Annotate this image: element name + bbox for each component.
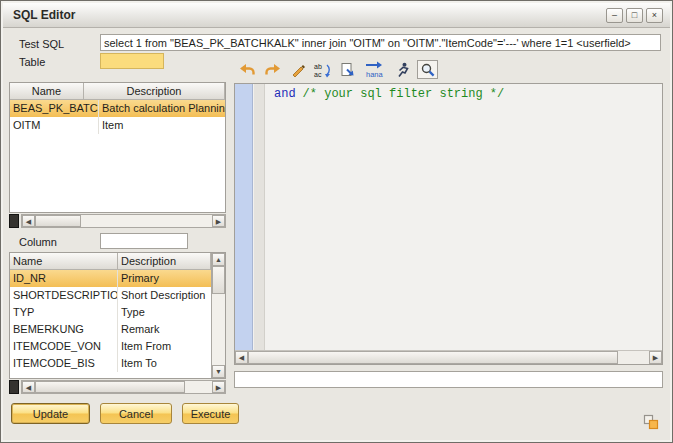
window-controls: – □ × <box>606 8 663 23</box>
scrollbar-track[interactable] <box>618 351 649 364</box>
scrollbar-thumb[interactable] <box>248 351 618 364</box>
table-row[interactable]: TYPType <box>10 304 211 321</box>
tables-grid-hscrollbar[interactable]: ◀ ▶ <box>21 214 226 228</box>
table-row[interactable]: ITEMCODE_BISItem To <box>10 355 211 372</box>
test-sql-input[interactable] <box>100 34 661 51</box>
columns-grid: Name Description ID_NRPrimarySHORTDESCRI… <box>9 252 226 379</box>
table-row[interactable]: OITMItem <box>10 117 225 134</box>
replace-icon[interactable]: ab ac <box>312 60 333 79</box>
scrollbar-thumb[interactable] <box>35 215 81 227</box>
run-icon[interactable] <box>392 60 413 79</box>
undo-icon[interactable] <box>237 60 258 79</box>
cell-description[interactable]: Item To <box>118 355 211 372</box>
editor-toolbar: ab ac hana <box>237 59 438 80</box>
window-title: SQL Editor <box>13 8 75 22</box>
columns-grid-body: ID_NRPrimarySHORTDESCRIPTIONShort Descri… <box>10 270 211 372</box>
editor-gutter <box>235 84 253 350</box>
format-icon[interactable] <box>287 60 308 79</box>
search-icon[interactable] <box>417 60 438 79</box>
export-icon[interactable] <box>337 60 358 79</box>
column-header-name[interactable]: Name <box>10 253 118 269</box>
table-label: Table <box>19 56 45 68</box>
columns-grid-vscrollbar[interactable]: ▲ ▼ <box>211 253 225 378</box>
tables-grid-body: BEAS_PK_BATCHBatch calculation PlanningO… <box>10 100 225 134</box>
cell-name[interactable]: OITM <box>10 117 99 134</box>
scrollbar-thumb[interactable] <box>212 266 225 294</box>
cell-description[interactable]: Item From <box>118 338 211 355</box>
sql-keyword: and <box>274 87 296 101</box>
hana-icon[interactable]: hana <box>362 60 388 79</box>
scroll-right-icon[interactable]: ▶ <box>212 381 225 393</box>
resize-grip-icon[interactable] <box>643 414 659 430</box>
cell-description[interactable]: Primary <box>118 270 211 287</box>
scrollbar-track[interactable] <box>81 215 212 227</box>
editor-code-area[interactable]: and/* your sql filter string */ <box>266 84 662 350</box>
column-label: Column <box>19 236 57 248</box>
columns-grid-header: Name Description <box>10 253 211 270</box>
scroll-right-icon[interactable]: ▶ <box>212 215 225 227</box>
table-row[interactable]: ITEMCODE_VONItem From <box>10 338 211 355</box>
table-row[interactable]: SHORTDESCRIPTIONShort Description <box>10 287 211 304</box>
maximize-button[interactable]: □ <box>626 8 643 23</box>
cell-description[interactable]: Batch calculation Planning <box>99 100 225 117</box>
scroll-left-icon[interactable]: ◀ <box>22 215 35 227</box>
table-row[interactable]: BEAS_PK_BATCHBatch calculation Planning <box>10 100 225 117</box>
table-input[interactable] <box>100 53 164 69</box>
cell-description[interactable]: Item <box>99 117 225 134</box>
minimize-button[interactable]: – <box>606 8 623 23</box>
scroll-left-icon[interactable]: ◀ <box>235 351 248 364</box>
cell-name[interactable]: TYP <box>10 304 118 321</box>
cell-name[interactable]: BEAS_PK_BATCH <box>10 100 99 117</box>
table-row[interactable]: BEMERKUNGRemark <box>10 321 211 338</box>
test-sql-label: Test SQL <box>19 38 64 50</box>
cell-name[interactable]: ITEMCODE_VON <box>10 338 118 355</box>
scrollbar-track[interactable] <box>212 294 225 365</box>
editor-footer-input[interactable] <box>234 371 663 388</box>
sql-editor-pane: and/* your sql filter string */ ◀ ▶ <box>234 83 663 365</box>
update-button[interactable]: Update <box>11 403 90 424</box>
scroll-left-icon[interactable]: ◀ <box>22 381 35 393</box>
execute-button[interactable]: Execute <box>182 403 239 424</box>
column-header-description[interactable]: Description <box>84 83 225 99</box>
close-button[interactable]: × <box>646 8 663 23</box>
column-input[interactable] <box>100 233 188 249</box>
tables-grid-header: Name Description <box>10 83 225 100</box>
scroll-right-icon[interactable]: ▶ <box>649 351 662 364</box>
svg-text:hana: hana <box>366 70 384 79</box>
scrollbar-thumb[interactable] <box>35 381 185 393</box>
editor-hscrollbar[interactable]: ◀ ▶ <box>235 350 662 364</box>
svg-text:ac: ac <box>314 71 322 78</box>
sql-editor-window: SQL Editor – □ × Test SQL Table Name Des… <box>0 0 673 443</box>
cell-name[interactable]: ITEMCODE_BIS <box>10 355 118 372</box>
columns-grid-hscrollbar[interactable]: ◀ ▶ <box>21 380 226 394</box>
scroll-down-icon[interactable]: ▼ <box>212 365 225 378</box>
tables-grid: Name Description BEAS_PK_BATCHBatch calc… <box>9 82 226 213</box>
svg-text:ab: ab <box>314 63 322 70</box>
cell-name[interactable]: ID_NR <box>10 270 118 287</box>
table-row[interactable]: ID_NRPrimary <box>10 270 211 287</box>
editor-fold-margin <box>254 84 265 350</box>
redo-icon[interactable] <box>262 60 283 79</box>
cell-description[interactable]: Remark <box>118 321 211 338</box>
cell-name[interactable]: BEMERKUNG <box>10 321 118 338</box>
grid-corner-box <box>9 380 19 394</box>
titlebar[interactable]: SQL Editor – □ × <box>3 3 670 28</box>
cancel-button[interactable]: Cancel <box>100 403 172 424</box>
sql-comment: /* your sql filter string */ <box>303 87 505 101</box>
cell-description[interactable]: Type <box>118 304 211 321</box>
cell-description[interactable]: Short Description <box>118 287 211 304</box>
column-header-description[interactable]: Description <box>118 253 211 269</box>
scroll-up-icon[interactable]: ▲ <box>212 253 225 266</box>
column-header-name[interactable]: Name <box>10 83 84 99</box>
cell-name[interactable]: SHORTDESCRIPTION <box>10 287 118 304</box>
grid-corner-box <box>9 214 19 228</box>
scrollbar-track[interactable] <box>185 381 212 393</box>
